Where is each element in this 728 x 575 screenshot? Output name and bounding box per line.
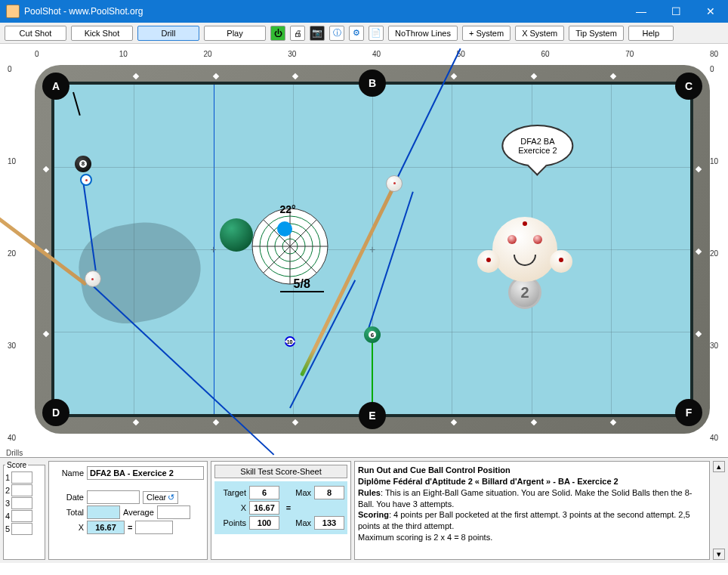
clear-button[interactable]: Clear↺ bbox=[143, 491, 178, 504]
print-icon[interactable]: 🖨 bbox=[290, 26, 305, 41]
titlebar: PoolShot - www.PoolShot.org — ☐ ✕ bbox=[0, 0, 728, 23]
mascot: 2 bbox=[480, 217, 570, 308]
speech-bubble: DFA2 BA Exercice 2 bbox=[501, 125, 573, 167]
aim-angle: 22° bbox=[280, 203, 296, 215]
pocket-e: E bbox=[359, 402, 386, 429]
pocket-b: B bbox=[359, 70, 386, 97]
description-panel: Run Out and Cue Ball Control Position Di… bbox=[354, 461, 710, 560]
max2-field[interactable] bbox=[314, 516, 344, 530]
power-icon[interactable]: ⏻ bbox=[270, 26, 285, 41]
document-icon[interactable]: 📄 bbox=[369, 26, 384, 41]
pocket-d: D bbox=[42, 399, 69, 426]
cue-ball[interactable] bbox=[386, 175, 403, 192]
help-button[interactable]: Help bbox=[628, 26, 674, 41]
score-sheet-button[interactable]: Skill Test Score-Sheet bbox=[214, 465, 347, 478]
name-field[interactable] bbox=[87, 466, 204, 480]
pocket-a: A bbox=[42, 73, 69, 100]
max-field[interactable] bbox=[314, 486, 344, 499]
cue-path-3 bbox=[289, 280, 356, 409]
bottom-panel: Score 1 2 3 4 5 Name DateClear↺ TotalAve… bbox=[0, 457, 728, 563]
window-title: PoolShot - www.PoolShot.org bbox=[24, 6, 624, 17]
svg-point-9 bbox=[277, 221, 292, 236]
ruler-right: 010203040 bbox=[710, 65, 728, 434]
table-view[interactable]: 01020304050607080 010203040 010203040 + … bbox=[0, 44, 728, 449]
result-field[interactable] bbox=[135, 521, 173, 534]
pool-table-frame: + + + bbox=[35, 65, 710, 434]
target-field[interactable] bbox=[249, 486, 279, 499]
ruler-left: 010203040 bbox=[8, 65, 30, 434]
x-field[interactable] bbox=[87, 521, 125, 534]
score-5[interactable] bbox=[11, 523, 32, 535]
nothrow-button[interactable]: NoThrow Lines bbox=[388, 26, 458, 41]
aim-fraction: 5/8 bbox=[280, 277, 324, 292]
play-button[interactable]: Play bbox=[204, 26, 266, 41]
ball-8[interactable] bbox=[75, 156, 91, 172]
drills-label: Drills bbox=[0, 449, 728, 457]
tip-system-button[interactable]: Tip System bbox=[569, 26, 624, 41]
scrollbar[interactable]: ▴ ▾ bbox=[713, 461, 725, 560]
ball-6[interactable] bbox=[364, 326, 381, 343]
maximize-button[interactable]: ☐ bbox=[659, 0, 693, 23]
score-4[interactable] bbox=[11, 510, 32, 522]
desc-title: Run Out and Cue Ball Control Position bbox=[358, 465, 511, 475]
minimize-button[interactable]: — bbox=[624, 0, 659, 23]
cue-ghost bbox=[80, 174, 92, 186]
object-path bbox=[372, 335, 373, 411]
score-1[interactable] bbox=[11, 471, 32, 484]
gear-icon[interactable]: ⚙ bbox=[349, 26, 364, 41]
total-field[interactable] bbox=[87, 505, 120, 519]
close-button[interactable]: ✕ bbox=[693, 0, 728, 23]
pocket-f: F bbox=[675, 399, 702, 426]
average-field[interactable] bbox=[157, 505, 190, 519]
plus-system-button[interactable]: + System bbox=[462, 26, 511, 41]
skill-panel: Skill Test Score-Sheet TargetMax X= Poin… bbox=[211, 461, 351, 560]
date-field[interactable] bbox=[87, 490, 140, 504]
x-system-button[interactable]: X System bbox=[515, 26, 564, 41]
ball-10[interactable] bbox=[285, 336, 295, 347]
pool-table-surface[interactable]: + + + bbox=[51, 82, 693, 417]
aim-target[interactable]: 22° 5/8 bbox=[248, 205, 332, 288]
cut-shot-button[interactable]: Cut Shot bbox=[5, 26, 66, 41]
score-3[interactable] bbox=[11, 497, 32, 509]
score-panel: Score 1 2 3 4 5 bbox=[3, 461, 45, 560]
cue-ball-pos1[interactable] bbox=[85, 270, 101, 287]
app-icon bbox=[6, 5, 20, 18]
info-panel: Name DateClear↺ TotalAverage X= bbox=[48, 461, 208, 560]
path-to-pocket bbox=[72, 91, 81, 115]
camera-icon[interactable]: 📷 bbox=[310, 26, 325, 41]
skill-x-field[interactable] bbox=[249, 501, 279, 515]
kick-shot-button[interactable]: Kick Shot bbox=[71, 26, 133, 41]
drill-button[interactable]: Drill bbox=[137, 26, 199, 41]
ghost-ball bbox=[220, 218, 253, 252]
pocket-c: C bbox=[675, 73, 702, 100]
points-field[interactable] bbox=[249, 516, 279, 530]
score-2[interactable] bbox=[11, 484, 32, 496]
ruler-top: 01020304050607080 bbox=[35, 50, 710, 65]
desc-subtitle: Diplôme Fédéral d'Aptitude 2 « Billard d… bbox=[358, 477, 618, 486]
toolbar: Cut Shot Kick Shot Drill Play ⏻ 🖨 📷 ⓘ ⚙ … bbox=[0, 23, 728, 44]
info-icon[interactable]: ⓘ bbox=[329, 26, 344, 41]
